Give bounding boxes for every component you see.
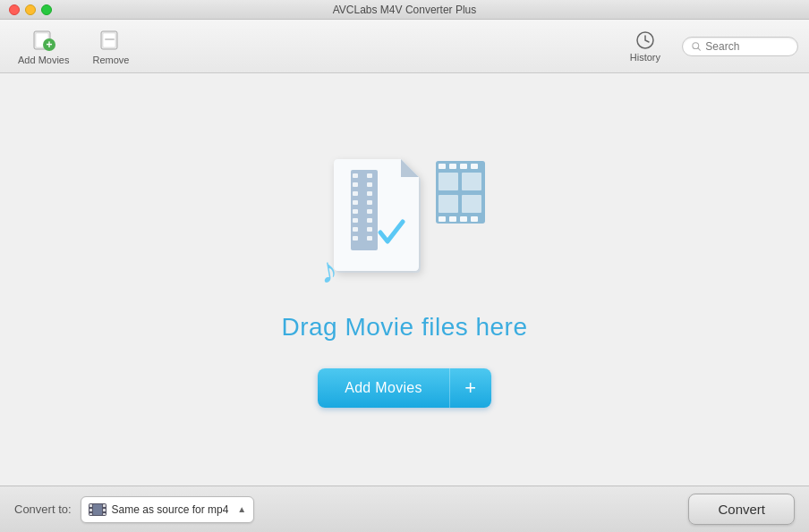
convert-to-section: Convert to: Same as source for mp4 ▲ bbox=[14, 496, 254, 523]
toolbar-left: + Add Movies Remove bbox=[11, 21, 136, 71]
svg-rect-34 bbox=[460, 216, 467, 222]
svg-rect-13 bbox=[353, 191, 358, 196]
dropdown-arrow-icon: ▲ bbox=[237, 504, 246, 514]
add-movies-icon: + bbox=[31, 27, 56, 52]
svg-rect-21 bbox=[367, 191, 372, 196]
convert-button-label: Convert bbox=[718, 502, 765, 517]
add-movies-button[interactable]: Add Movies + bbox=[318, 368, 491, 408]
add-movies-button-label: Add Movies bbox=[318, 380, 449, 396]
svg-rect-41 bbox=[89, 504, 92, 507]
svg-rect-33 bbox=[449, 216, 456, 222]
app-title: AVCLabs M4V Converter Plus bbox=[333, 4, 477, 16]
svg-rect-28 bbox=[439, 164, 446, 169]
svg-rect-35 bbox=[471, 216, 478, 222]
svg-rect-44 bbox=[103, 504, 106, 507]
remove-toolbar-button[interactable]: Remove bbox=[85, 21, 136, 71]
movie-illustration: ♪ bbox=[315, 152, 494, 295]
search-icon bbox=[692, 41, 701, 52]
svg-rect-27 bbox=[436, 161, 485, 224]
convert-to-label: Convert to: bbox=[14, 502, 72, 516]
svg-rect-23 bbox=[367, 209, 372, 214]
svg-rect-29 bbox=[449, 164, 456, 169]
format-label: Same as source for mp4 bbox=[112, 503, 229, 516]
svg-rect-26 bbox=[367, 236, 372, 241]
svg-rect-15 bbox=[353, 209, 358, 214]
svg-rect-18 bbox=[353, 236, 358, 241]
search-box[interactable] bbox=[682, 37, 798, 56]
svg-rect-46 bbox=[103, 513, 106, 515]
history-icon bbox=[635, 30, 655, 50]
svg-rect-45 bbox=[103, 509, 106, 511]
toolbar-right: History bbox=[623, 27, 798, 66]
history-label: History bbox=[630, 52, 660, 63]
remove-icon bbox=[98, 27, 123, 52]
svg-rect-17 bbox=[353, 227, 358, 232]
svg-rect-42 bbox=[89, 509, 92, 511]
add-movies-toolbar-button[interactable]: + Add Movies bbox=[11, 21, 76, 71]
svg-rect-31 bbox=[471, 164, 478, 169]
convert-button[interactable]: Convert bbox=[688, 494, 795, 525]
svg-rect-32 bbox=[439, 216, 446, 222]
svg-rect-12 bbox=[353, 182, 358, 187]
svg-rect-16 bbox=[353, 218, 358, 223]
format-icon bbox=[89, 502, 106, 517]
svg-rect-47 bbox=[93, 504, 102, 515]
svg-rect-24 bbox=[367, 218, 372, 223]
svg-rect-25 bbox=[367, 227, 372, 232]
toolbar: + Add Movies Remove History bbox=[0, 20, 809, 73]
drag-text: Drag Movie files here bbox=[281, 313, 527, 342]
traffic-lights bbox=[9, 4, 52, 15]
svg-rect-11 bbox=[353, 173, 358, 178]
maximize-button[interactable] bbox=[41, 4, 52, 15]
main-content: ♪ Drag Movie files here Add Movies + bbox=[0, 73, 809, 486]
format-dropdown[interactable]: Same as source for mp4 ▲ bbox=[81, 496, 255, 523]
search-input[interactable] bbox=[705, 40, 788, 53]
svg-rect-43 bbox=[89, 513, 92, 515]
svg-rect-19 bbox=[367, 173, 372, 178]
svg-rect-22 bbox=[367, 200, 372, 205]
remove-toolbar-label: Remove bbox=[92, 55, 129, 65]
document-icon bbox=[331, 152, 430, 277]
bottom-bar: Convert to: Same as source for mp4 ▲ Con… bbox=[0, 486, 809, 532]
title-bar: AVCLabs M4V Converter Plus bbox=[0, 0, 809, 20]
svg-text:+: + bbox=[46, 38, 52, 51]
add-movies-toolbar-label: Add Movies bbox=[18, 55, 69, 65]
drop-zone: ♪ Drag Movie files here bbox=[281, 152, 527, 342]
svg-rect-38 bbox=[439, 195, 458, 213]
svg-rect-36 bbox=[439, 173, 458, 190]
svg-rect-14 bbox=[353, 200, 358, 205]
svg-rect-30 bbox=[460, 164, 467, 169]
minimize-button[interactable] bbox=[25, 4, 36, 15]
add-movies-plus-icon: + bbox=[450, 376, 491, 400]
svg-line-9 bbox=[698, 47, 701, 50]
svg-rect-20 bbox=[367, 182, 372, 187]
history-button[interactable]: History bbox=[623, 27, 668, 66]
svg-rect-37 bbox=[462, 173, 481, 190]
close-button[interactable] bbox=[9, 4, 20, 15]
film-strip-icon bbox=[431, 161, 490, 228]
svg-rect-39 bbox=[462, 195, 481, 213]
